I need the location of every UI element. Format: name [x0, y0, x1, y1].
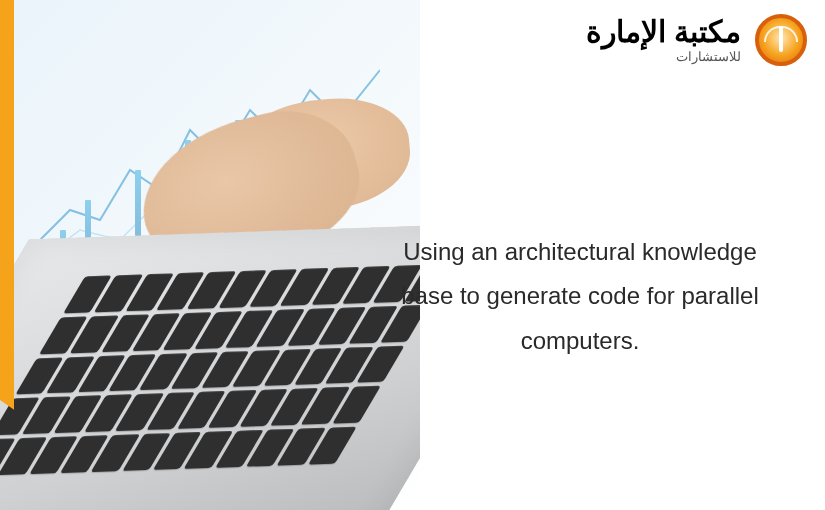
brand-name-arabic: مكتبة الإمارة — [586, 17, 741, 47]
title-line-2: base to generate code for parallel — [365, 274, 795, 318]
lighthouse-icon — [755, 14, 807, 66]
brand-text: مكتبة الإمارة للاستشارات — [586, 17, 741, 64]
page-root: مكتبة الإمارة للاستشارات Using an archit… — [0, 0, 825, 510]
yellow-accent-stripe — [0, 0, 14, 410]
brand-header: مكتبة الإمارة للاستشارات — [586, 14, 807, 66]
hero-photo — [0, 0, 420, 510]
brand-tagline-arabic: للاستشارات — [676, 49, 741, 64]
title-line-3: computers. — [365, 319, 795, 363]
document-title: Using an architectural knowledge base to… — [365, 230, 795, 363]
title-line-1: Using an architectural knowledge — [365, 230, 795, 274]
